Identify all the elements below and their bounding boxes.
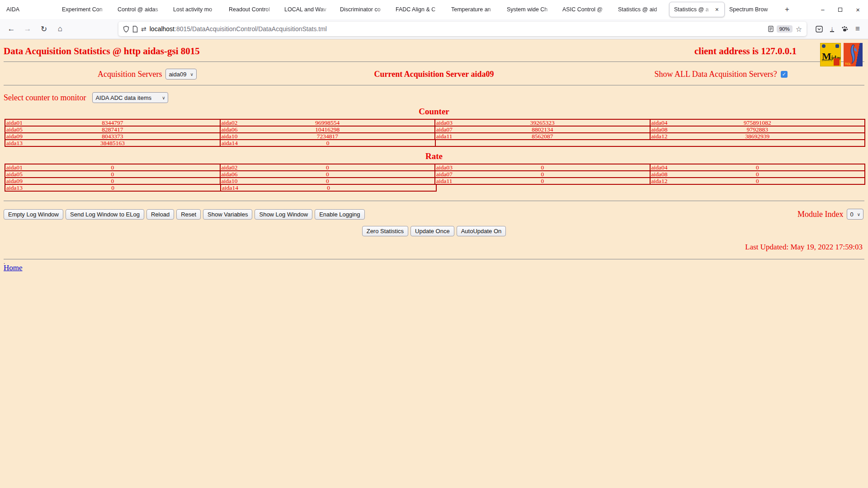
module-index-label: Module Index [797,210,843,219]
tab-title: AIDA [6,6,53,13]
logos: Midas powered by TCL [820,43,863,66]
channel-value: 0 [435,164,650,171]
browser-tab[interactable]: Spectrum Brow [725,0,780,19]
reload-icon[interactable]: ↻ [36,22,52,36]
browser-tab[interactable]: LOCAL and Wav [280,0,335,19]
page-header: Data Acquisition Statistics @ http aidas… [4,46,864,57]
url-bar[interactable]: ⇄ localhost:8015/DataAcquisitionControl/… [118,22,807,36]
show-all-checkbox[interactable]: ✓ [781,71,788,78]
channel-value: 8043373 [5,133,220,140]
channel-name: aida12 [651,178,668,184]
select-counter-label: Select counter to monitor [4,93,86,103]
back-icon[interactable]: ← [4,22,19,36]
menu-hamburger-icon[interactable]: ≡ [855,24,860,33]
channel-name: aida12 [651,133,668,140]
update-once-button[interactable]: Update Once [410,226,454,236]
reload-button[interactable]: Reload [146,209,174,220]
restore-window-icon[interactable] [838,8,842,12]
shield-icon[interactable] [123,26,129,33]
downloads-icon[interactable]: ↓ [830,26,834,32]
channel-value: 8287417 [5,127,220,133]
counter-monitor-select[interactable]: AIDA ADC data items ∨ [92,92,168,103]
tab-title: Discriminator co [340,6,387,13]
bookmark-star-icon[interactable]: ☆ [796,25,802,33]
browser-tab[interactable]: Statistics @ aid [613,0,669,19]
empty-cell [436,184,865,192]
current-server-group: Current Acquisition Server aida09 [291,70,578,79]
site-info-swap-icon[interactable]: ⇄ [141,25,146,33]
forward-icon[interactable]: → [20,22,35,36]
browser-tab[interactable]: Readout Control [224,0,280,19]
acquisition-server-select[interactable]: aida09 ∨ [165,69,196,80]
minimize-window-icon[interactable]: − [821,6,825,13]
zoom-level-badge[interactable]: 90% [777,25,793,33]
url-text: localhost:8015/DataAcquisitionControl/Da… [150,25,765,33]
channel-value: 0 [651,164,865,171]
home-icon[interactable]: ⌂ [52,22,68,36]
channel-value: 0 [221,185,436,191]
tcl-powered-logo: TCL [844,43,863,66]
channel-cell: aida140 [220,184,437,192]
channel-value: 0 [221,178,435,184]
chevron-down-icon: ∨ [857,212,860,217]
tab-title: Readout Control [229,6,275,13]
send-log-window-to-elog-button[interactable]: Send Log Window to ELog [66,209,144,220]
browser-tab[interactable]: ASIC Control @ [558,0,613,19]
browser-window: AIDAExperiment ConControl @ aidasLost ac… [0,0,868,488]
show-log-window-button[interactable]: Show Log Window [255,209,312,220]
new-tab-button[interactable]: + [780,3,794,16]
zero-statistics-button[interactable]: Zero Statistics [362,226,408,236]
channel-name: aida10 [222,178,238,184]
pocket-save-icon[interactable] [816,26,823,33]
rate-table: aida010aida020aida030aida040aida050aida0… [4,163,864,192]
channel-cell: aida1338485163 [5,139,221,147]
channel-name: aida08 [651,171,668,178]
table-row: aida1338485163aida140 [5,140,865,147]
tab-title: Experiment Con [62,6,108,13]
divider [4,259,864,260]
channel-value: 38485163 [5,140,220,146]
channel-value: 8344797 [5,120,220,126]
midas-logo: Midas powered by [820,43,841,66]
tab-title: Spectrum Brow [729,6,776,13]
extension-footprint-icon[interactable] [841,26,848,33]
enable-logging-button[interactable]: Enable Logging [315,209,364,220]
toolbar-right-icons: ↓ ≡ [811,24,864,33]
browser-tab[interactable]: Temperature an [447,0,502,19]
select-counter-row: Select counter to monitor AIDA ADC data … [4,92,864,103]
browser-tab[interactable]: Discriminator co [335,0,391,19]
browser-tab[interactable]: Lost activity mo [169,0,224,19]
home-link[interactable]: Home [4,263,23,272]
midas-logo-feather [834,58,840,66]
reader-mode-icon[interactable] [768,26,774,32]
channel-name: aida01 [6,164,23,171]
counter-heading: Counter [4,107,864,117]
show-all-label: Show ALL Data Acquisition Servers? [655,70,777,79]
table-row: aida130aida140 [5,185,865,192]
page-icon[interactable] [132,26,138,33]
channel-value: 39265323 [435,120,650,126]
browser-tab[interactable]: System wide Ch [502,0,558,19]
reset-button[interactable]: Reset [176,209,201,220]
empty-log-window-button[interactable]: Empty Log Window [4,209,63,220]
browser-tab[interactable]: AIDA [2,0,57,19]
close-window-icon[interactable]: × [856,6,860,13]
autoupdate-on-button[interactable]: AutoUpdate On [457,226,506,236]
module-index-select[interactable]: 0 ∨ [847,209,863,220]
channel-value: 0 [5,185,220,191]
footer-dot: . [4,261,864,263]
channel-value: 9792883 [651,127,865,133]
show-variables-button[interactable]: Show Variables [203,209,252,220]
browser-tab[interactable]: Statistics @ a× [669,2,725,17]
tab-close-icon[interactable]: × [714,6,720,13]
empty-cell [435,139,865,147]
browser-tab[interactable]: Control @ aidas [113,0,169,19]
channel-name: aida13 [6,140,23,146]
update-button-row: Zero StatisticsUpdate OnceAutoUpdate On [4,226,864,236]
channel-cell: aida130 [5,184,221,192]
browser-tab[interactable]: Experiment Con [57,0,113,19]
page-title: Data Acquisition Statistics @ http aidas… [4,46,694,57]
servers-row: Acquisition Servers aida09 ∨ Current Acq… [4,69,864,80]
channel-name: aida08 [651,127,668,133]
browser-tab[interactable]: FADC Align & C [391,0,447,19]
